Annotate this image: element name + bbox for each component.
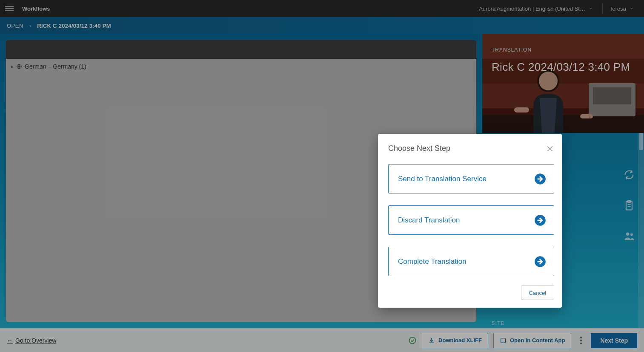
step-option-label: Complete Translation [398, 257, 467, 266]
close-icon[interactable] [546, 144, 554, 153]
cancel-label: Cancel [529, 290, 546, 296]
arrow-circle-right-icon [534, 214, 546, 226]
cancel-button[interactable]: Cancel [521, 286, 554, 300]
modal-title: Choose Next Step [388, 144, 450, 153]
arrow-circle-right-icon [534, 256, 546, 268]
step-option-label: Send to Translation Service [398, 175, 487, 183]
step-option-label: Discard Translation [398, 216, 460, 225]
step-option-send[interactable]: Send to Translation Service [388, 164, 554, 193]
step-option-complete[interactable]: Complete Translation [388, 247, 554, 276]
step-option-list: Send to Translation Service Discard Tran… [388, 164, 554, 276]
next-step-modal: Choose Next Step Send to Translation Ser… [378, 134, 562, 308]
step-option-discard[interactable]: Discard Translation [388, 205, 554, 235]
arrow-circle-right-icon [534, 173, 546, 185]
